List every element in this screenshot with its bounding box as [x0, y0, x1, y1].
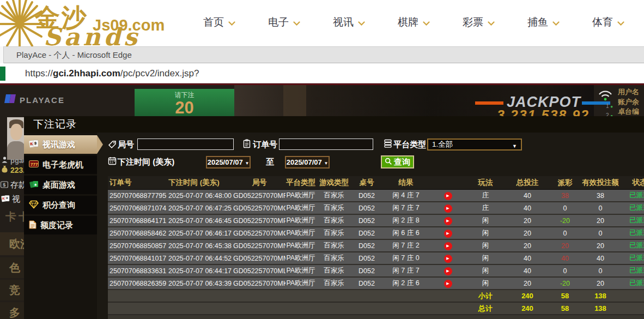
nav-item-lottery[interactable]: 彩票 [446, 15, 511, 29]
column-header-result: 结果 [381, 178, 430, 188]
logo-script: Sands [44, 23, 141, 46]
platform-select[interactable]: 1.全部 ▼ [427, 139, 522, 151]
nav-item-home[interactable]: 首页 [187, 15, 252, 29]
cell-payout: 0 [549, 204, 581, 212]
replay-play-button[interactable]: ▶ [444, 255, 452, 263]
window-title: PlayAce - 个人 - Microsoft Edge [16, 50, 132, 59]
cell-status: 已派彩 [620, 241, 644, 250]
url-bar[interactable]: https://gci.2hhapi.com/pc/pcv2/index.jsp… [0, 64, 644, 83]
nav-item-video[interactable]: 视讯 [317, 15, 381, 29]
svg-text:$: $ [3, 182, 5, 188]
cell-game: 百家乐 [316, 279, 352, 288]
cell-table_no: D052 [352, 192, 381, 200]
search-button[interactable]: 查询 [381, 155, 414, 168]
subtotal-row-label: 小计 [465, 291, 506, 301]
nav-item-chess[interactable]: 棋牌 [381, 15, 446, 29]
column-header-valid: 有效投注额 [581, 178, 620, 188]
cell-valid: 0 [581, 230, 620, 237]
column-header-round: 局号 [233, 178, 285, 188]
screen: 金沙 Js09.com Sands 首页电子视讯棋牌彩票捕鱼体育 PlayAce… [0, 0, 644, 319]
cell-game: 百家乐 [316, 228, 352, 238]
sidebar-tab-video-games[interactable]: K9视讯游戏 [24, 135, 97, 154]
favicon-chip [0, 67, 5, 81]
session-info-labels: 用户名 账户余 卓台编 [618, 87, 639, 117]
nav-item-slots[interactable]: 电子 [252, 15, 317, 29]
table-games-icon: ♠ [29, 180, 39, 190]
cell-platform: PA欧洲厅 [285, 191, 316, 200]
cell-table_no: D052 [352, 204, 381, 212]
nav-item-fishing[interactable]: 捕鱼 [511, 15, 576, 29]
tag-icon [108, 140, 117, 151]
replay-play-button[interactable]: ▶ [444, 192, 452, 200]
replay-play-button[interactable]: ▶ [444, 267, 452, 275]
date-to-picker[interactable]: 2025/07/07 ▼ [285, 156, 330, 168]
moneybag-icon [1, 165, 8, 174]
cell-total: 40 [506, 255, 549, 262]
cell-time: 2025-07-07 06:45:38 [167, 242, 233, 250]
cell-time: 2025-07-07 06:46:45 [167, 217, 233, 225]
subtotal-row: 小计24058138 [108, 290, 644, 303]
order-filter-label: 订单号 [253, 140, 277, 150]
round-input[interactable] [137, 139, 234, 150]
deposit-button[interactable]: $ 存款 [1, 180, 27, 190]
video-tab-behind[interactable]: K9 视 [1, 194, 20, 204]
cell-status: 已派彩 [620, 228, 644, 238]
nav-label: 体育 [592, 15, 613, 29]
column-header-game: 游戏类型 [316, 178, 352, 188]
bet-records-table: 订单号下注时间 (美东)局号平台类型游戏类型桌号结果玩法总投注派彩有效投注额状态… [108, 176, 644, 319]
cell-round: GD052257070MK [233, 280, 285, 287]
table-row: 2507070688410172025-07-07 06:44:52GD0522… [108, 252, 644, 265]
cell-time: 2025-07-07 06:44:52 [167, 255, 233, 262]
document-icon [29, 220, 37, 231]
cell-game: 百家乐 [316, 191, 352, 200]
date-from-picker[interactable]: 2025/07/07 ▼ [206, 156, 251, 168]
table-row: 2507070688710742025-07-07 06:47:25GD0522… [108, 202, 644, 215]
sidebar-tab-credit-records[interactable]: 额度记录 [24, 216, 97, 234]
cell-payout: 20 [549, 242, 581, 250]
cell-round: GD052257070MM [233, 255, 285, 262]
cell-play: ▶ [430, 266, 465, 275]
column-header-payout: 派彩 [549, 178, 581, 188]
cell-status: 已派彩 [620, 216, 644, 225]
cell-status: 已派彩 [620, 191, 644, 200]
replay-play-button[interactable]: ▶ [444, 280, 452, 288]
replay-play-button[interactable]: ▶ [444, 230, 452, 238]
cell-valid: 20 [581, 242, 620, 250]
order-input[interactable] [279, 139, 373, 150]
cell-total: 20 [506, 230, 549, 237]
grand-total-row-valid: 138 [581, 304, 620, 312]
cell-status: 已派彩 [620, 203, 644, 213]
cell-total: 40 [506, 192, 549, 200]
cell-game: 百家乐 [316, 216, 352, 225]
cell-table_no: D052 [352, 280, 381, 287]
replay-play-button[interactable]: ▶ [444, 204, 452, 213]
svg-text:777: 777 [31, 162, 38, 167]
cell-bet: 闲 [465, 266, 506, 275]
playace-logo-icon [4, 93, 16, 106]
cell-total: 40 [506, 267, 549, 275]
nav-label: 捕鱼 [527, 15, 548, 29]
cell-game: 百家乐 [316, 203, 352, 213]
window-title-bar: PlayAce - 个人 - Microsoft Edge [0, 46, 644, 63]
replay-play-button[interactable]: ▶ [444, 242, 452, 250]
replay-play-button[interactable]: ▶ [444, 217, 452, 225]
cell-order: 250707068864171 [108, 217, 167, 225]
cell-platform: PA欧洲厅 [285, 228, 316, 238]
cell-order: 250707068871074 [108, 204, 167, 212]
sidebar-tab-table-games[interactable]: ♠桌面游戏 [24, 176, 97, 194]
sidebar-tab-points-query[interactable]: 积分查询 [24, 196, 97, 214]
cell-platform: PA欧洲厅 [285, 241, 316, 250]
column-header-total: 总投注 [506, 178, 549, 188]
nav-item-sports[interactable]: 体育 [576, 15, 641, 29]
cell-table_no: D052 [352, 230, 381, 237]
cell-status: 已派彩 [620, 279, 644, 288]
sidebar-tab-slot-machines[interactable]: 777电子老虎机 [24, 155, 97, 174]
grand-total-row-total: 240 [506, 304, 549, 312]
cell-time: 2025-07-07 06:46:17 [167, 230, 233, 237]
username-row: pgac [1, 156, 27, 165]
chevron-down-icon: ▼ [245, 161, 249, 166]
column-header-status: 状态 [620, 178, 644, 188]
cell-payout: 0 [549, 267, 581, 275]
site-header: 金沙 Js09.com Sands 首页电子视讯棋牌彩票捕鱼体育 [0, 0, 644, 46]
subtotal-row-payout: 58 [549, 292, 581, 300]
